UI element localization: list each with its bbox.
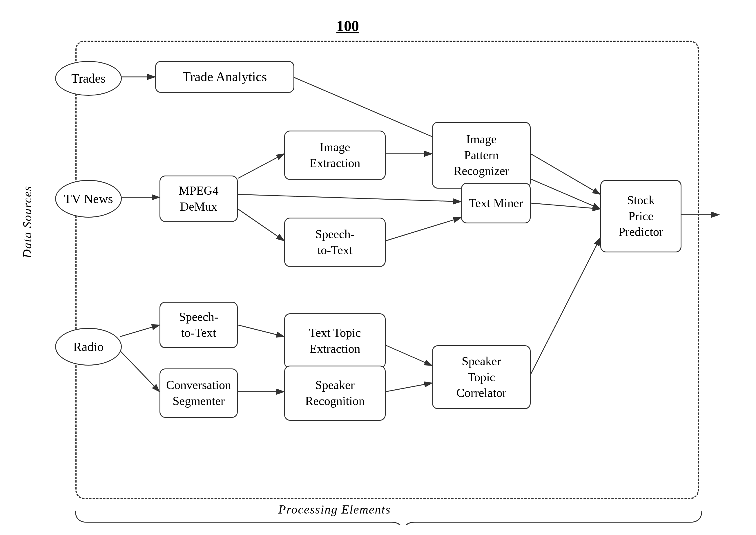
image-pattern-recognizer-box: Image Pattern Recognizer bbox=[432, 122, 531, 188]
trades-node: Trades bbox=[55, 61, 122, 96]
data-sources-label: Data Sources bbox=[20, 186, 34, 258]
speaker-topic-correlator-box: Speaker Topic Correlator bbox=[432, 345, 531, 409]
speech-to-text-top-box: Speech- to-Text bbox=[284, 218, 386, 267]
main-processing-box bbox=[75, 41, 699, 499]
conversation-segmenter-box: Conversation Segmenter bbox=[159, 368, 238, 418]
processing-elements-label: Processing Elements bbox=[278, 502, 391, 517]
diagram-container: 100 Data Sources bbox=[17, 17, 737, 525]
speaker-recognition-box: Speaker Recognition bbox=[284, 366, 386, 421]
ref-number: 100 bbox=[337, 17, 359, 35]
stock-price-predictor-box: Stock Price Predictor bbox=[600, 180, 682, 252]
speech-to-text-radio-box: Speech- to-Text bbox=[159, 302, 238, 348]
image-extraction-box: Image Extraction bbox=[284, 130, 386, 180]
tv-news-node: TV News bbox=[55, 180, 122, 218]
mpeg4-demux-box: MPEG4 DeMux bbox=[159, 176, 238, 222]
text-miner-box: Text Miner bbox=[461, 183, 531, 223]
trade-analytics-box: Trade Analytics bbox=[155, 61, 294, 93]
radio-node: Radio bbox=[55, 328, 122, 366]
text-topic-extraction-box: Text Topic Extraction bbox=[284, 313, 386, 368]
